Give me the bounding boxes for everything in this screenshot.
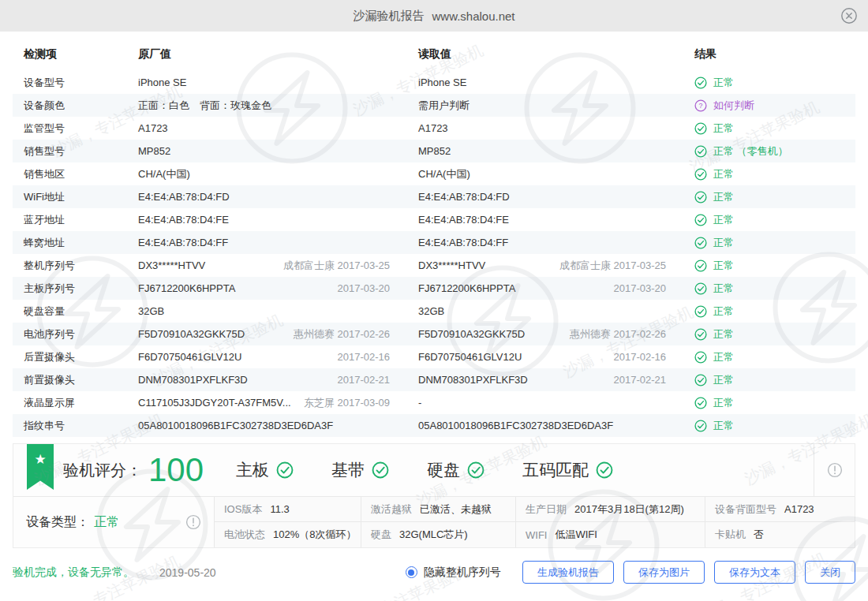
- factory-note: 成都富士康 2017-03-25: [283, 259, 390, 273]
- summary-check-item: 五码匹配: [522, 459, 613, 481]
- result-cell: 正常: [683, 259, 855, 273]
- check-item-label: 设备颜色: [13, 99, 127, 113]
- factory-value-text: DNM708301PXFLKF3D: [138, 374, 248, 386]
- factory-value: E4:E4:AB:78:D4:FF: [127, 237, 407, 248]
- check-icon: [694, 305, 707, 318]
- check-icon: [694, 77, 707, 89]
- close-icon: [840, 7, 858, 24]
- score-label: 验机评分：: [63, 460, 142, 481]
- check-icon: [694, 259, 707, 272]
- check-icon: [694, 351, 707, 364]
- check-item-label: 指纹串号: [13, 419, 127, 433]
- help-icon[interactable]: ?: [694, 99, 707, 112]
- read-value: DX3*****HTVV成都富士康 2017-03-25: [407, 259, 683, 273]
- read-value-text: A1723: [418, 122, 448, 134]
- factory-note: 2017-03-20: [338, 282, 391, 294]
- read-value: E4:E4:AB:78:D4:FD: [407, 191, 683, 203]
- table-row: 硬盘容量32GB32GB正常: [13, 300, 855, 323]
- factory-value: CH/A(中国): [127, 167, 407, 181]
- svg-text:?: ?: [699, 102, 703, 110]
- check-icon: [694, 374, 707, 386]
- app-url: www.shalou.net: [432, 9, 514, 23]
- result-text: 正常: [713, 419, 734, 433]
- factory-value: C117105J3JDGY20T-A37FM5V...东芝屏 2017-03-0…: [127, 396, 407, 410]
- detail-value: 已激活、未越狱: [420, 502, 492, 517]
- table-row: 设备颜色正面：白色 背面：玫瑰金色需用户判断?如何判断: [13, 94, 855, 117]
- factory-value-text: E4:E4:AB:78:D4:FD: [138, 191, 230, 203]
- check-icon: [467, 461, 485, 479]
- check-icon: [694, 282, 707, 295]
- result-text: 正常 （零售机）: [713, 144, 788, 159]
- result-cell: 正常: [683, 190, 855, 204]
- factory-value-text: DX3*****HTVV: [138, 259, 205, 271]
- generate-report-button[interactable]: 生成验机报告: [522, 561, 614, 584]
- table-row: 蓝牙地址E4:E4:AB:78:D4:FEE4:E4:AB:78:D4:FE正常: [13, 208, 855, 231]
- result-text: 正常: [713, 167, 734, 181]
- result-cell: 正常 （零售机）: [683, 144, 855, 159]
- score-value: 100: [148, 454, 204, 487]
- radio-selected-icon[interactable]: [406, 566, 417, 578]
- detail-value: 2017年3月18日(第12周): [574, 502, 684, 517]
- info-icon: [185, 514, 201, 530]
- check-icon: [694, 237, 707, 249]
- read-value: E4:E4:AB:78:D4:FE: [407, 214, 683, 226]
- summary-check-label: 基带: [331, 459, 365, 481]
- summary-check-item: 主板: [236, 459, 294, 481]
- table-row: 电池序列号F5D70910A32GKK75D惠州德赛 2017-02-26F5D…: [13, 323, 855, 345]
- summary-check-label: 五码匹配: [522, 459, 589, 481]
- table-row: 整机序列号DX3*****HTVV成都富士康 2017-03-25DX3****…: [13, 254, 855, 277]
- action-buttons: 生成验机报告保存为图片保存为文本关闭: [522, 561, 855, 584]
- factory-value-text: CH/A(中国): [138, 167, 190, 181]
- detail-value: 102%（8次循环）: [273, 528, 356, 542]
- save-text-button[interactable]: 保存为文本: [714, 561, 795, 584]
- detail-cell: 设备背面型号A1723: [705, 497, 855, 522]
- factory-value-text: C117105J3JDGY20T-A37FM5V...: [138, 397, 291, 409]
- close-report-button[interactable]: 关闭: [805, 561, 855, 584]
- result-text: 正常: [713, 76, 734, 90]
- table-header-row: 检测项 原厂值 读取值 结果: [13, 36, 855, 71]
- factory-note: 东芝屏 2017-03-09: [304, 396, 390, 410]
- detail-cell: 生产日期2017年3月18日(第12周): [515, 497, 705, 522]
- check-item-label: 后置摄像头: [13, 350, 127, 364]
- save-image-button[interactable]: 保存为图片: [623, 561, 705, 584]
- close-button[interactable]: [840, 7, 858, 24]
- read-value: E4:E4:AB:78:D4:FF: [407, 237, 683, 248]
- read-value-text: MP852: [418, 145, 451, 157]
- check-item-label: 主板序列号: [13, 282, 127, 296]
- check-item-label: 整机序列号: [13, 259, 127, 273]
- table-row: 后置摄像头F6D70750461GLV12U2017-02-16F6D70750…: [13, 345, 855, 368]
- result-text[interactable]: 如何判断: [713, 99, 754, 113]
- read-value-text: F5D70910A32GKK75D: [418, 328, 525, 340]
- read-value-text: DX3*****HTVV: [418, 259, 485, 271]
- table-row: WiFi地址E4:E4:AB:78:D4:FDE4:E4:AB:78:D4:FD…: [13, 185, 855, 208]
- table-row: 指纹串号05A8010018096B1FC302738D3ED6DA3F05A8…: [13, 414, 855, 437]
- factory-value-text: 05A8010018096B1FC302738D3ED6DA3F: [138, 420, 333, 431]
- read-value-text: F6D70750461GLV12U: [418, 351, 522, 363]
- detail-value: 11.3: [270, 503, 289, 515]
- table-row: 蜂窝地址E4:E4:AB:78:D4:FFE4:E4:AB:78:D4:FF正常: [13, 231, 855, 254]
- score-info-button[interactable]: [827, 462, 843, 478]
- hide-serial-radio-group[interactable]: 隐藏整机序列号: [406, 566, 501, 580]
- table-row: 主板序列号FJ6712200K6HPPTA2017-03-20FJ6712200…: [13, 277, 855, 300]
- read-value-text: iPhone SE: [418, 77, 466, 88]
- score-cell: ★ 验机评分： 100: [13, 444, 225, 496]
- factory-value-text: F6D70750461GLV12U: [138, 351, 241, 363]
- device-type-label: 设备类型：: [26, 514, 89, 531]
- result-cell: 正常: [683, 396, 855, 410]
- read-note: 2017-03-20: [614, 282, 667, 294]
- check-icon: [694, 397, 707, 409]
- factory-note: 惠州德赛 2017-02-26: [294, 327, 390, 342]
- check-item-label: 液晶显示屏: [13, 396, 127, 410]
- factory-value: iPhone SE: [127, 77, 407, 88]
- factory-note: 2017-02-16: [338, 351, 391, 363]
- device-type-info-button[interactable]: [185, 514, 201, 530]
- detail-grid: 设备类型： 正常 IOS版本11.3激活越狱已激活、未越狱生产日期2017年3月…: [13, 496, 855, 547]
- detail-cell: 电池状态102%（8次循环）: [214, 522, 361, 547]
- check-table: 检测项 原厂值 读取值 结果 设备型号iPhone SEiPhone SE正常设…: [13, 36, 855, 437]
- detail-label: 设备背面型号: [715, 502, 776, 517]
- factory-value: 05A8010018096B1FC302738D3ED6DA3F: [127, 420, 407, 431]
- table-row: 前置摄像头DNM708301PXFLKF3D2017-02-21DNM70830…: [13, 368, 855, 391]
- check-item-label: 蓝牙地址: [13, 213, 127, 227]
- factory-value-text: FJ6712200K6HPPTA: [138, 282, 235, 294]
- result-cell: 正常: [683, 121, 855, 136]
